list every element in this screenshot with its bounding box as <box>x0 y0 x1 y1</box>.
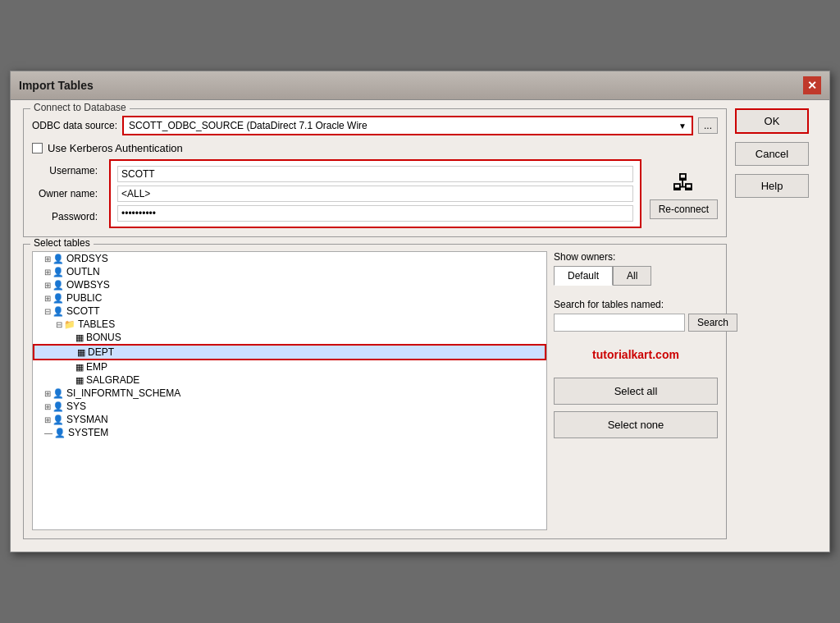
show-owners-area: Show owners: Default All <box>554 251 718 286</box>
window-title: Import Tables <box>19 79 94 92</box>
kerberos-checkbox[interactable] <box>32 143 43 153</box>
folder-icon: 📁 <box>64 319 75 330</box>
credentials-area: Username: Owner name: Password: 🖧 Re-con… <box>32 159 718 228</box>
credentials-fields <box>109 159 641 228</box>
tree-item-bonus[interactable]: ⊞ ▦ BONUS <box>33 331 546 344</box>
table-icon: ▦ <box>75 332 84 343</box>
schema-icon: 👤 <box>52 306 64 317</box>
username-input[interactable] <box>117 166 633 182</box>
tree-label-outln: OUTLN <box>66 266 100 277</box>
tree-label-bonus: BONUS <box>86 332 121 343</box>
expand-icon: ⊞ <box>44 294 51 303</box>
table-icon: ▦ <box>77 347 85 358</box>
reconnect-button[interactable]: Re-connect <box>650 199 718 219</box>
username-label: Username: <box>32 165 98 176</box>
tree-label-tables: TABLES <box>78 318 115 330</box>
table-icon: ▦ <box>75 362 84 373</box>
tree-item-system[interactable]: — 👤 SYSTEM <box>33 426 546 439</box>
schema-icon: 👤 <box>52 254 64 264</box>
schema-icon: 👤 <box>52 280 64 291</box>
owner-label: Owner name: <box>32 188 98 199</box>
tree-label-public: PUBLIC <box>66 292 102 304</box>
expand-icon: ⊞ <box>44 254 51 263</box>
password-input[interactable] <box>117 205 633 222</box>
tree-label-scott: SCOTT <box>66 305 100 317</box>
tree-label-sysman: SYSMAN <box>66 414 108 425</box>
dropdown-arrow-icon[interactable]: ▼ <box>678 121 687 131</box>
right-controls: Show owners: Default All Search for tabl… <box>554 251 718 530</box>
watermark-text: tutorialkart.com <box>554 348 718 361</box>
owner-input[interactable] <box>117 186 633 202</box>
expand-icon: ⊞ <box>44 268 51 277</box>
odbc-dropdown[interactable]: SCOTT_ODBC_SOURCE (DataDirect 7.1 Oracle… <box>122 116 693 135</box>
reconnect-area: 🖧 Re-connect <box>650 159 718 228</box>
left-panel: Connect to Database ODBC data source: SC… <box>23 108 727 539</box>
search-input[interactable] <box>554 314 685 332</box>
dialog-body: Connect to Database ODBC data source: SC… <box>11 100 829 552</box>
schema-icon: 👤 <box>52 401 64 412</box>
select-none-button[interactable]: Select none <box>554 411 718 438</box>
expand-icon: ⊞ <box>44 281 51 290</box>
tree-item-owbsys[interactable]: ⊞ 👤 OWBSYS <box>33 278 546 291</box>
tree-label-si: SI_INFORMTN_SCHEMA <box>66 387 180 399</box>
tree-item-salgrade[interactable]: ⊞ ▦ SALGRADE <box>33 373 546 387</box>
tree-label-ordsys: ORDSYS <box>66 253 108 264</box>
schema-icon: 👤 <box>52 388 64 399</box>
expand-icon: ⊞ <box>44 402 51 411</box>
tree-container: ⊞ 👤 ORDSYS ⊞ 👤 OUTLN ⊞ 👤 <box>32 251 547 530</box>
search-button[interactable]: Search <box>688 314 737 332</box>
tree-label-sys: SYS <box>66 401 86 412</box>
kerberos-row: Use Kerberos Authentication <box>32 142 718 154</box>
reconnect-icon: 🖧 <box>672 169 695 196</box>
tree-label-system: SYSTEM <box>68 427 108 438</box>
select-tables-body: ⊞ 👤 ORDSYS ⊞ 👤 OUTLN ⊞ 👤 <box>32 251 718 530</box>
tree-label-salgrade: SALGRADE <box>86 374 139 386</box>
help-button[interactable]: Help <box>735 174 809 198</box>
tree-item-emp[interactable]: ⊞ ▦ EMP <box>33 360 546 373</box>
search-row: Search <box>554 314 718 332</box>
right-buttons-panel: OK Cancel Help <box>735 108 817 539</box>
all-btn[interactable]: All <box>613 266 651 286</box>
tree-item-outln[interactable]: ⊞ 👤 OUTLN <box>33 265 546 278</box>
odbc-value: SCOTT_ODBC_SOURCE (DataDirect 7.1 Oracle… <box>129 120 368 131</box>
search-for-tables-label: Search for tables named: <box>554 299 718 310</box>
tree-label-emp: EMP <box>86 361 107 373</box>
show-owners-label: Show owners: <box>554 251 718 263</box>
connect-db-section: Connect to Database ODBC data source: SC… <box>23 108 727 237</box>
tree-item-sysman[interactable]: ⊞ 👤 SYSMAN <box>33 413 546 426</box>
odbc-row: ODBC data source: SCOTT_ODBC_SOURCE (Dat… <box>32 116 718 135</box>
password-label: Password: <box>32 211 98 222</box>
tree-item-si[interactable]: ⊞ 👤 SI_INFORMTN_SCHEMA <box>33 387 546 400</box>
tree-item-scott[interactable]: ⊟ 👤 SCOTT <box>33 305 546 318</box>
schema-icon: 👤 <box>54 428 66 438</box>
tree-label-dept: DEPT <box>88 346 114 358</box>
tree-item-sys[interactable]: ⊞ 👤 SYS <box>33 400 546 413</box>
dots-button[interactable]: ... <box>698 117 718 134</box>
tree-scroll[interactable]: ⊞ 👤 ORDSYS ⊞ 👤 OUTLN ⊞ 👤 <box>33 252 546 529</box>
expand-icon: ⊟ <box>56 320 62 329</box>
odbc-label: ODBC data source: <box>32 120 117 131</box>
tree-item-ordsys[interactable]: ⊞ 👤 ORDSYS <box>33 252 546 265</box>
close-button[interactable]: ✕ <box>803 76 821 94</box>
expand-icon: ⊞ <box>44 415 51 424</box>
select-tables-label: Select tables <box>30 237 94 249</box>
search-area: Search for tables named: Search <box>554 292 718 332</box>
select-tables-section: Select tables ⊞ 👤 ORDSYS ⊞ � <box>23 244 727 539</box>
tree-item-public[interactable]: ⊞ 👤 PUBLIC <box>33 291 546 305</box>
expand-icon: — <box>44 428 52 437</box>
ok-button[interactable]: OK <box>735 108 809 134</box>
select-all-button[interactable]: Select all <box>554 378 718 405</box>
schema-icon: 👤 <box>52 415 64 425</box>
default-btn[interactable]: Default <box>554 266 613 286</box>
tree-item-tables[interactable]: ⊟ 📁 TABLES <box>33 318 546 331</box>
title-bar: Import Tables ✕ <box>11 71 829 100</box>
tree-label-owbsys: OWBSYS <box>66 279 110 291</box>
tree-item-dept[interactable]: ⊞ ▦ DEPT <box>33 344 546 360</box>
schema-icon: 👤 <box>52 267 64 277</box>
expand-icon: ⊟ <box>44 307 51 316</box>
table-icon: ▦ <box>75 375 84 386</box>
connect-db-label: Connect to Database <box>30 102 130 113</box>
schema-icon: 👤 <box>52 293 64 304</box>
cancel-button[interactable]: Cancel <box>735 142 809 166</box>
kerberos-label: Use Kerberos Authentication <box>48 142 183 154</box>
